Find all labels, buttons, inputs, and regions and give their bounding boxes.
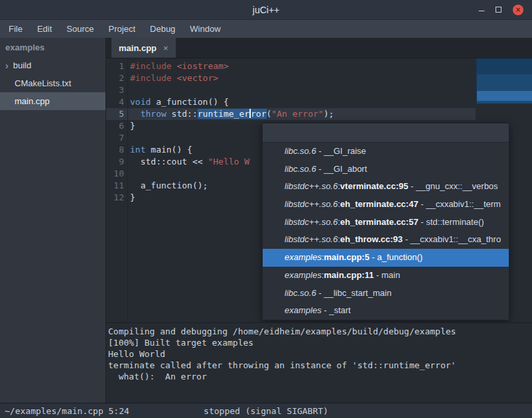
backtrace-frame[interactable]: libc.so.6 - __GI_raise xyxy=(263,143,509,161)
tab-label: main.cpp xyxy=(119,43,157,53)
line-number: 4 xyxy=(106,96,124,108)
frame-module: examples xyxy=(285,252,322,262)
code-text: int main() { xyxy=(124,144,192,156)
line-number: 8 xyxy=(106,144,124,156)
tab-close-icon[interactable]: × xyxy=(163,43,168,53)
statusbar: ~/examples/main.cpp 5:24 stopped (signal… xyxy=(0,403,532,418)
status-file-position: ~/examples/main.cpp 5:24 xyxy=(0,406,129,416)
frame-module: libc.so.6 xyxy=(285,288,316,298)
terminal-output: Compiling and debugging /home/eidheim/ex… xyxy=(108,326,530,382)
code-text: #include <vector> xyxy=(124,72,218,84)
terminal-line: Compiling and debugging /home/eidheim/ex… xyxy=(108,326,530,337)
code-line[interactable]: 3 xyxy=(106,84,532,96)
code-editor[interactable]: 1#include <iostream>2#include <vector>34… xyxy=(106,58,532,322)
line-number: 1 xyxy=(106,60,124,72)
frame-location: vterminate.cc:95 xyxy=(340,181,409,191)
backtrace-popup: libc.so.6 - __GI_raiselibc.so.6 - __GI_a… xyxy=(262,123,509,320)
code-text: throw std::runtime_error("An error"); xyxy=(124,108,334,120)
code-text: void a_function() { xyxy=(124,96,229,108)
code-line[interactable]: 2#include <vector> xyxy=(106,72,532,84)
frame-module: libstdc++.so.6 xyxy=(285,217,338,227)
frame-location: eh_throw.cc:93 xyxy=(340,234,403,244)
menu-file[interactable]: File xyxy=(1,24,30,34)
editor-pane: main.cpp × 1#include <iostream>2#include… xyxy=(106,38,532,403)
line-number: 7 xyxy=(106,132,124,144)
backtrace-frame[interactable]: examples - _start xyxy=(263,302,509,320)
code-text: } xyxy=(124,192,135,204)
menubar: FileEditSourceProjectDebugWindow xyxy=(0,20,532,38)
frame-module: examples xyxy=(285,305,322,315)
backtrace-list: libc.so.6 - __GI_raiselibc.so.6 - __GI_a… xyxy=(263,143,509,320)
window-title: juCi++ xyxy=(0,5,532,15)
code-line[interactable]: 4void a_function() { xyxy=(106,96,532,108)
minimize-icon[interactable]: – xyxy=(479,5,484,15)
sidebar-item-build[interactable]: ›build xyxy=(0,56,105,74)
tabstrip: main.cpp × xyxy=(106,38,532,58)
tree-item-label: main.cpp xyxy=(15,96,50,106)
line-number: 12 xyxy=(106,192,124,204)
code-line[interactable]: 1#include <iostream> xyxy=(106,60,532,72)
backtrace-frame[interactable]: libstdc++.so.6:vterminate.cc:95 - __gnu_… xyxy=(263,178,509,196)
sidebar-item-cmakelists-txt[interactable]: CMakeLists.txt xyxy=(0,74,105,92)
backtrace-frame[interactable]: libstdc++.so.6:eh_throw.cc:93 - __cxxabi… xyxy=(263,231,509,249)
titlebar: juCi++ – × xyxy=(0,0,532,20)
code-text: } xyxy=(124,120,135,132)
file-tree: ›buildCMakeLists.txtmain.cpp xyxy=(0,56,105,110)
menu-edit[interactable]: Edit xyxy=(30,24,59,34)
chevron-right-icon[interactable]: › xyxy=(5,61,9,70)
line-number: 2 xyxy=(106,72,124,84)
code-line[interactable]: 5 throw std::runtime_error("An error"); xyxy=(106,108,532,120)
line-number: 5 xyxy=(106,108,124,120)
menu-source[interactable]: Source xyxy=(59,24,101,34)
backtrace-header xyxy=(263,123,509,143)
tab-main-cpp[interactable]: main.cpp × xyxy=(111,38,176,58)
main-area: examples ›buildCMakeLists.txtmain.cpp ma… xyxy=(0,38,532,403)
line-number: 9 xyxy=(106,156,124,168)
backtrace-frame[interactable]: libc.so.6 - __libc_start_main xyxy=(263,285,509,303)
debug-tooltip-highlight xyxy=(477,91,532,101)
terminal-panel: Compiling and debugging /home/eidheim/ex… xyxy=(106,322,532,403)
menu-project[interactable]: Project xyxy=(101,24,143,34)
frame-location: main.cpp:5 xyxy=(324,252,369,262)
menu-debug[interactable]: Debug xyxy=(143,24,182,34)
line-number: 6 xyxy=(106,120,124,132)
frame-location: eh_terminate.cc:57 xyxy=(340,217,419,227)
terminal-line: [100%] Built target examples xyxy=(108,337,530,348)
code-text: a_function(); xyxy=(124,180,208,192)
backtrace-frame[interactable]: libstdc++.so.6:eh_terminate.cc:47 - __cx… xyxy=(263,196,509,214)
frame-module: libstdc++.so.6 xyxy=(285,181,338,191)
debug-tooltip-overlay xyxy=(476,58,532,104)
backtrace-frame[interactable]: examples:main.cpp:11 - main xyxy=(263,267,509,285)
frame-module: libc.so.6 xyxy=(285,146,316,156)
frame-module: examples xyxy=(285,270,322,280)
frame-location: main.cpp:11 xyxy=(324,270,373,280)
code-text xyxy=(124,132,130,144)
terminal-line: Hello World xyxy=(108,348,530,360)
code-text: std::cout << "Hello W xyxy=(124,156,249,168)
file-browser-sidebar: examples ›buildCMakeLists.txtmain.cpp xyxy=(0,38,106,403)
close-icon[interactable]: × xyxy=(513,5,523,15)
frame-module: libstdc++.so.6 xyxy=(285,234,338,244)
tree-item-label: build xyxy=(13,60,31,70)
maximize-icon[interactable] xyxy=(496,7,501,13)
terminal-line: what(): An error xyxy=(108,371,530,382)
debug-tooltip-top xyxy=(477,58,532,74)
menu-window[interactable]: Window xyxy=(182,24,228,34)
sidebar-item-main-cpp[interactable]: main.cpp xyxy=(0,92,105,110)
window-controls: – × xyxy=(479,5,532,15)
frame-module: libstdc++.so.6 xyxy=(285,199,338,209)
backtrace-frame[interactable]: libstdc++.so.6:eh_terminate.cc:57 - std:… xyxy=(263,214,509,232)
app-window: juCi++ – × FileEditSourceProjectDebugWin… xyxy=(0,0,532,418)
code-text xyxy=(124,84,130,96)
line-number: 11 xyxy=(106,180,124,192)
backtrace-frame[interactable]: libc.so.6 - __GI_abort xyxy=(263,161,509,178)
code-text xyxy=(124,168,130,180)
line-number: 10 xyxy=(106,168,124,180)
terminal-line: terminate called after throwing an insta… xyxy=(108,360,530,371)
line-number: 3 xyxy=(106,84,124,96)
tree-item-label: CMakeLists.txt xyxy=(15,78,71,88)
code-text: #include <iostream> xyxy=(124,60,229,72)
frame-location: eh_terminate.cc:47 xyxy=(340,199,419,209)
project-name-header: examples xyxy=(0,38,105,56)
backtrace-frame[interactable]: examples:main.cpp:5 - a_function() xyxy=(263,249,509,267)
